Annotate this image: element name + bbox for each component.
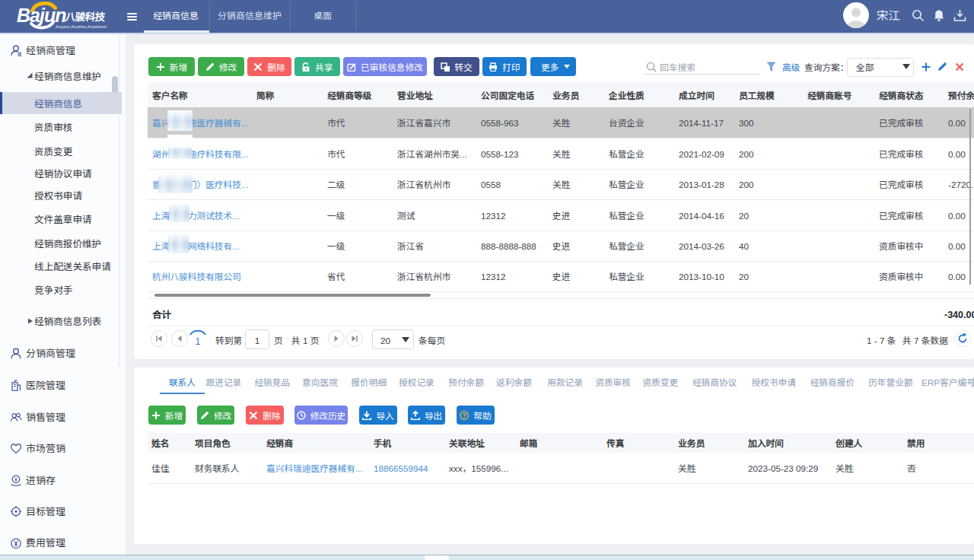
svg-text:Bajun: Bajun bbox=[17, 5, 66, 26]
svg-text:八骏科技: 八骏科技 bbox=[65, 8, 107, 24]
svg-text:?: ? bbox=[463, 412, 466, 419]
svg-text:Anyone,Anytime,Anywhere!: Anyone,Anytime,Anywhere! bbox=[56, 24, 107, 29]
